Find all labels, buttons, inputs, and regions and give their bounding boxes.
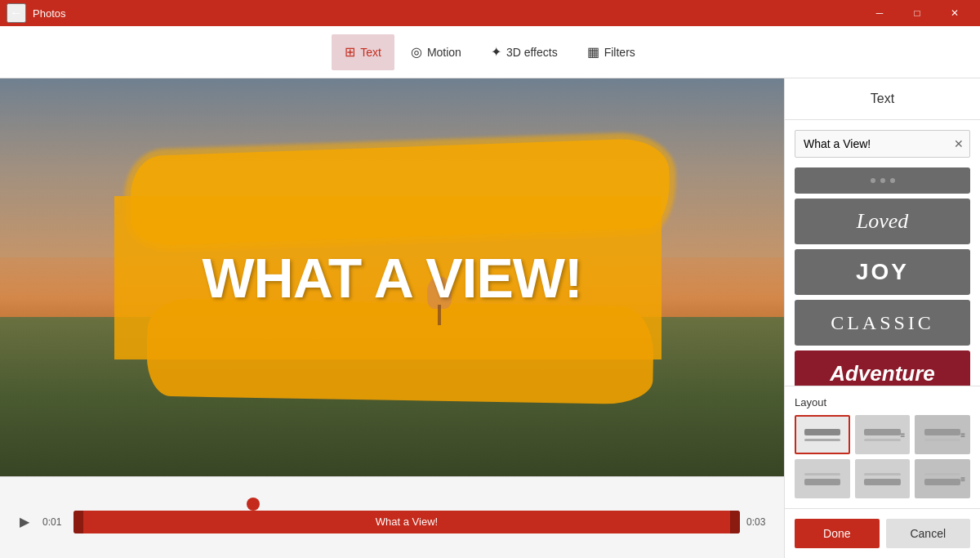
layout-bar-5 [924,429,961,435]
layout-grid: ≡ ≡ [795,415,970,498]
toolbar-filters-btn[interactable]: ▦ Filters [574,34,648,70]
toolbar-motion-label: Motion [427,46,461,59]
layout-right-icon-2: ≡ [900,431,905,440]
layout-bar-10 [864,479,901,485]
layout-right-icon-6: ≡ [960,475,965,484]
timeline-handle-right[interactable] [730,511,740,533]
layout-bar-2 [804,439,841,441]
style-option-dots[interactable] [795,167,970,194]
layout-right-icon-3: ≡ [960,431,965,440]
style-dot-2 [880,178,885,183]
style-option-joy[interactable]: JOY [795,249,970,295]
panel-content: ✕ Loved JOY CLASSIC Adventure [785,120,980,386]
toolbar-3deffects-label: 3D effects [506,46,558,59]
text-input[interactable] [795,130,970,158]
close-button[interactable]: ✕ [936,0,973,26]
done-button[interactable]: Done [795,519,880,548]
layout-bar-11 [924,473,961,475]
timeline-track: ▶ 0:01 What a View! 0:03 [13,509,771,535]
layout-option-4[interactable] [795,459,850,498]
3deffects-icon: ✦ [491,44,501,60]
video-area: What a View! ▶ 0:01 What a View! [0,78,784,558]
title-bar-left: ← Photos [7,3,65,23]
layout-bar-7 [804,473,841,475]
timeline-bar-container[interactable]: What a View! [74,509,740,535]
layout-option-1[interactable] [795,415,850,454]
layout-bar-9 [864,473,901,475]
panel-footer: Done Cancel [785,508,980,558]
toolbar-3deffects-btn[interactable]: ✦ 3D effects [478,34,571,70]
layout-label: Layout [795,396,970,408]
playhead-dot [247,498,260,511]
toolbar-motion-btn[interactable]: ◎ Motion [398,34,474,70]
toolbar-filters-label: Filters [604,46,635,59]
layout-option-3[interactable]: ≡ [915,415,970,454]
toolbar: ⊞ Text ◎ Motion ✦ 3D effects ▦ Filters [0,26,980,78]
style-dot-3 [890,178,895,183]
play-icon: ▶ [20,514,29,529]
minimize-button[interactable]: ─ [861,0,898,26]
right-panel: Text ✕ Loved JOY CLASSIC [784,78,980,558]
layout-bar-12 [924,479,961,485]
main-content: What a View! ▶ 0:01 What a View! [0,78,980,558]
clear-input-button[interactable]: ✕ [954,138,964,150]
layout-option-2[interactable]: ≡ [855,415,911,454]
layout-bar-4 [864,439,901,441]
text-icon: ⊞ [345,44,355,60]
style-joy-label: JOY [856,259,909,285]
motion-icon: ◎ [411,44,422,60]
style-classic-label: CLASSIC [831,312,934,334]
layout-option-5[interactable] [855,459,911,498]
text-input-container: ✕ [795,130,970,158]
title-bar: ← Photos ─ □ ✕ [0,0,980,26]
panel-title: Text [785,78,980,120]
toolbar-text-label: Text [360,46,381,59]
style-option-adventure[interactable]: Adventure [795,350,970,386]
timeline-area: ▶ 0:01 What a View! 0:03 [0,476,784,558]
toolbar-text-btn[interactable]: ⊞ Text [332,34,394,70]
style-adventure-label: Adventure [830,361,935,386]
style-dot-1 [871,178,875,183]
layout-bar-1 [804,429,841,435]
window-controls: ─ □ ✕ [861,0,973,26]
layout-section: Layout ≡ ≡ [785,386,980,508]
paint-stroke-bottom [146,297,654,404]
style-option-loved[interactable]: Loved [795,199,970,244]
video-overlay-text: What a View! [202,247,581,308]
layout-bar-3 [864,429,901,435]
video-preview: What a View! [0,78,784,476]
maximize-button[interactable]: □ [898,0,936,26]
layout-bar-6 [924,439,961,441]
timeline-clip[interactable]: What a View! [74,511,740,533]
cancel-button[interactable]: Cancel [886,519,971,548]
style-option-classic[interactable]: CLASSIC [795,300,970,346]
filters-icon: ▦ [587,44,599,60]
back-button[interactable]: ← [7,3,26,23]
layout-bar-8 [804,479,841,485]
layout-option-6[interactable]: ≡ [915,459,970,498]
end-time: 0:03 [746,516,771,528]
current-time: 0:01 [42,516,67,528]
play-button[interactable]: ▶ [13,511,36,533]
style-loved-label: Loved [857,209,909,234]
app-title: Photos [33,7,65,20]
timeline-handle-left[interactable] [74,511,83,533]
timeline-clip-label: What a View! [376,516,438,528]
